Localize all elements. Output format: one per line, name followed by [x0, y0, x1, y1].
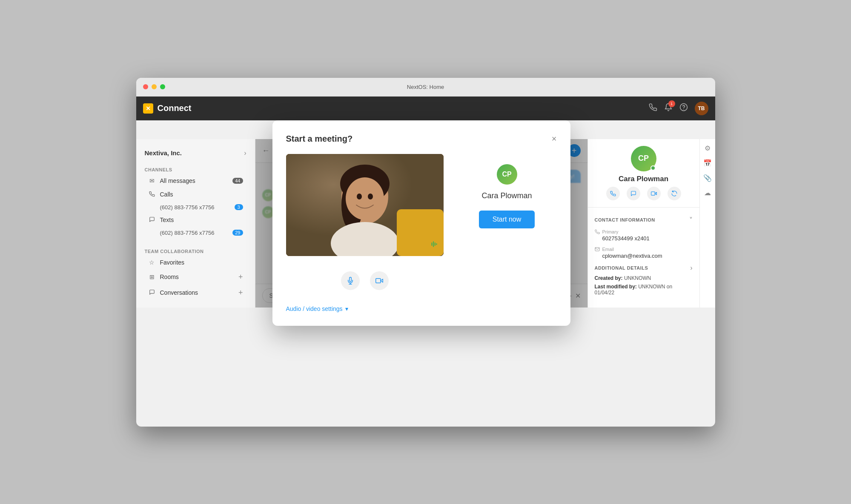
- audio-active-icon: [429, 239, 438, 251]
- contact-info-title: CONTACT INFORMATION: [595, 217, 655, 222]
- start-meeting-modal: Start a meeting? ×: [272, 120, 570, 326]
- av-settings-button[interactable]: Audio / video settings ▾: [286, 305, 444, 312]
- fullscreen-traffic-light[interactable]: [160, 84, 165, 89]
- video-preview: [286, 154, 444, 256]
- sidebar: Nextiva, Inc. › Channels ✉ All messages …: [136, 139, 255, 308]
- created-by-row: Created by: UNKNOWN: [595, 275, 693, 281]
- contact-video-button[interactable]: [647, 187, 661, 200]
- sidebar-item-calls-number[interactable]: (602) 883-7756 x7756 3: [140, 202, 252, 213]
- traffic-lights: [143, 84, 165, 89]
- cloud-panel-icon[interactable]: ☁: [704, 189, 711, 197]
- email-field: Email cplowman@nextiva.com: [595, 247, 693, 259]
- modal-right-side: CP Cara Plowman Start now: [457, 164, 557, 228]
- app-logo: ✕: [143, 103, 153, 114]
- camera-toggle-button[interactable]: [370, 271, 389, 290]
- main-layout: Nextiva, Inc. › Channels ✉ All messages …: [136, 139, 715, 308]
- start-now-button[interactable]: Start now: [479, 211, 535, 228]
- help-nav-icon[interactable]: [679, 103, 688, 114]
- callee-avatar: CP: [497, 164, 517, 185]
- conversations-icon: [148, 289, 156, 296]
- close-traffic-light[interactable]: [143, 84, 148, 89]
- all-messages-icon: ✉: [148, 177, 156, 184]
- contact-message-button[interactable]: [668, 187, 681, 200]
- notification-badge: 1: [668, 100, 675, 107]
- content-area: ← TB Cara Plowman Teammate All channels …: [255, 139, 587, 308]
- texts-phone-number: (602) 883-7756 x7756: [160, 230, 215, 236]
- primary-phone-label: Primary: [602, 229, 619, 234]
- company-name: Nextiva, Inc.: [145, 149, 182, 157]
- svg-point-9: [368, 194, 373, 199]
- sidebar-label-rooms: Rooms: [160, 273, 179, 280]
- phone-nav-icon[interactable]: [649, 103, 657, 114]
- modal-header: Start a meeting? ×: [286, 134, 557, 144]
- av-controls: [286, 271, 444, 290]
- modal-close-button[interactable]: ×: [552, 134, 557, 144]
- contact-info-body: CONTACT INFORMATION ˅ Primary 6027534499…: [588, 208, 699, 303]
- additional-details-title: ADDITIONAL DETAILS: [595, 265, 648, 271]
- conversations-add-button[interactable]: +: [238, 288, 243, 297]
- modal-overlay: Start a meeting? ×: [255, 139, 587, 308]
- rooms-icon: ⊞: [148, 273, 156, 280]
- favorites-icon: ☆: [148, 259, 156, 266]
- sidebar-label-texts: Texts: [160, 216, 174, 223]
- svg-marker-21: [655, 192, 656, 195]
- all-messages-badge: 44: [232, 178, 243, 184]
- minimize-traffic-light[interactable]: [152, 84, 157, 89]
- phone-field-icon: [595, 229, 600, 234]
- sidebar-item-favorites[interactable]: ☆ Favorites: [140, 256, 252, 269]
- nav-right: 1 TB: [649, 102, 708, 115]
- sidebar-label-calls: Calls: [160, 191, 173, 198]
- mic-toggle-button[interactable]: [341, 271, 360, 290]
- calls-icon: [148, 191, 156, 198]
- team-collaboration-header: Team collaboration: [136, 245, 255, 256]
- app-window: NextOS: Home ✕ Connect 1: [136, 78, 715, 427]
- contact-chat-button[interactable]: [627, 187, 640, 200]
- contact-header: CP Cara Plowman: [588, 139, 699, 208]
- calls-number-badge: 3: [235, 204, 243, 210]
- sidebar-label-all-messages: All messages: [160, 177, 195, 184]
- attachment-panel-icon[interactable]: 📎: [703, 174, 712, 182]
- svg-marker-19: [381, 279, 383, 282]
- calendar-panel-icon[interactable]: 📅: [703, 159, 712, 167]
- callee-name: Cara Plowman: [481, 191, 532, 200]
- sidebar-item-texts-number[interactable]: (602) 883-7756 x7756 29: [140, 227, 252, 239]
- sidebar-item-rooms[interactable]: ⊞ Rooms +: [140, 269, 252, 285]
- channels-section-header: Channels: [136, 164, 255, 174]
- sidebar-item-all-messages[interactable]: ✉ All messages 44: [140, 174, 252, 188]
- email-label: Email: [602, 247, 614, 252]
- modal-body: Audio / video settings ▾ CP Cara Plowman…: [286, 154, 557, 312]
- user-avatar[interactable]: TB: [695, 102, 708, 115]
- texts-number-badge: 29: [232, 230, 243, 236]
- email-field-icon: [595, 247, 600, 252]
- contact-info-chevron-icon[interactable]: ˅: [689, 216, 693, 224]
- logo-icon: ✕: [146, 105, 151, 112]
- svg-point-8: [357, 194, 362, 199]
- contact-phone-button[interactable]: [606, 187, 620, 200]
- created-by-label: Created by:: [595, 275, 623, 281]
- created-by-value-text: UNKNOWN: [624, 275, 651, 281]
- modified-row: Last modified by: UNKNOWN on 01/04/22: [595, 284, 693, 296]
- settings-panel-icon[interactable]: ⚙: [705, 144, 711, 152]
- rooms-add-button[interactable]: +: [238, 273, 243, 282]
- contact-actions: [606, 187, 681, 200]
- texts-icon: [148, 216, 156, 224]
- notifications-nav-icon[interactable]: 1: [664, 103, 673, 114]
- svg-rect-22: [651, 191, 655, 195]
- company-selector[interactable]: Nextiva, Inc. ›: [136, 146, 255, 164]
- svg-rect-20: [375, 279, 380, 283]
- modal-title: Start a meeting?: [286, 134, 353, 144]
- nav-left: ✕ Connect: [143, 103, 192, 114]
- app-name: Connect: [158, 103, 192, 113]
- top-nav: ✕ Connect 1: [136, 97, 715, 120]
- contact-avatar: CP: [631, 146, 656, 171]
- sidebar-label-favorites: Favorites: [160, 259, 185, 266]
- sidebar-item-texts[interactable]: Texts: [140, 213, 252, 227]
- primary-phone-value: 6027534499 x2401: [595, 235, 693, 242]
- additional-details-chevron-icon[interactable]: ›: [690, 264, 692, 272]
- right-panel: CP Cara Plowman: [587, 139, 715, 308]
- email-value: cplowman@nextiva.com: [595, 253, 693, 259]
- calls-phone-number: (602) 883-7756 x7756: [160, 204, 215, 211]
- sidebar-item-conversations[interactable]: Conversations +: [140, 285, 252, 301]
- sidebar-item-calls[interactable]: Calls: [140, 188, 252, 202]
- window-title: NextOS: Home: [407, 84, 444, 90]
